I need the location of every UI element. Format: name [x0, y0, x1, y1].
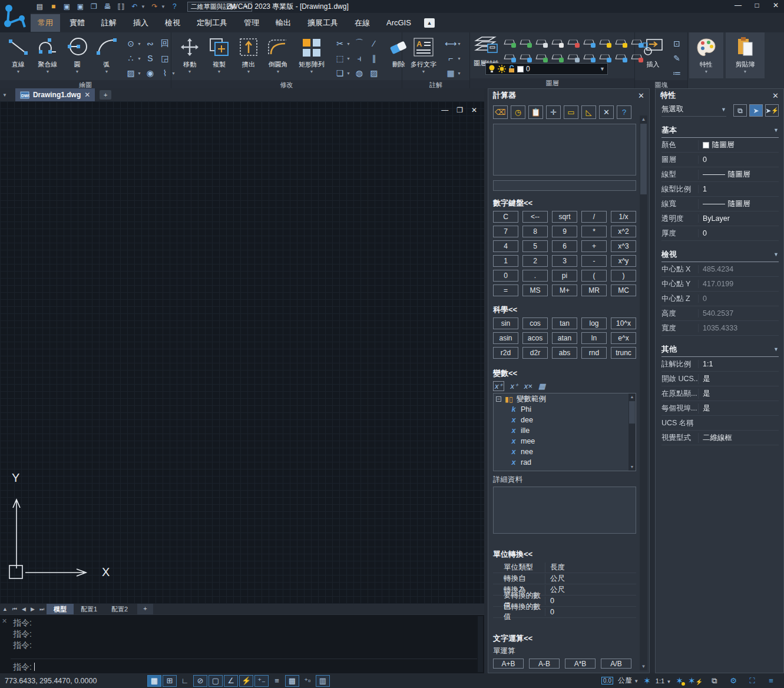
layer-make-current-icon[interactable]	[550, 49, 565, 64]
calc-key-([interactable]: (	[581, 270, 607, 282]
undo-icon[interactable]: ↶	[130, 2, 139, 11]
layout-nav-icon[interactable]: ◀	[19, 606, 28, 612]
variable-item-Phi[interactable]: kPhi	[494, 404, 636, 415]
calc-key-trunc[interactable]: trunc	[611, 347, 636, 359]
calc-key-2[interactable]: 2	[522, 255, 548, 267]
textop-A-B[interactable]: A-B	[529, 659, 560, 669]
ribbon-tab-實體[interactable]: 實體	[62, 14, 92, 32]
property-value[interactable]: 417.0199	[698, 280, 779, 288]
layer-change-icon[interactable]	[597, 49, 613, 64]
calc-key-abs[interactable]: abs	[552, 347, 577, 359]
property-group-檢視[interactable]: 檢視▼	[661, 249, 779, 262]
open-folder-icon[interactable]: ■	[49, 2, 58, 11]
plot-icon[interactable]: 🖶	[103, 2, 112, 11]
textop-A/B[interactable]: A/B	[601, 659, 631, 669]
layer-on-icon[interactable]	[518, 35, 533, 49]
spline-cv-icon[interactable]: S	[143, 51, 157, 65]
property-value[interactable]: 540.2537	[698, 309, 779, 317]
calc-help-icon[interactable]: ?	[617, 105, 631, 119]
delete-variable-icon[interactable]: x×	[524, 382, 532, 391]
calc-key-log[interactable]: log	[581, 317, 607, 329]
property-value[interactable]: 隨圖層	[698, 170, 779, 180]
explode-icon[interactable]: ❏▼	[333, 66, 352, 80]
layer-thaw-all-icon[interactable]	[613, 35, 628, 49]
ellipse-icon[interactable]: ⊙▼	[124, 37, 143, 51]
layout-tab-模型[interactable]: 模型	[47, 604, 74, 614]
clear-icon[interactable]: ⌫	[493, 105, 508, 119]
property-group-基本[interactable]: 基本▼	[661, 125, 779, 138]
layout-nav-icon[interactable]: ⏭	[37, 606, 47, 613]
layer-details-icon[interactable]	[502, 49, 517, 64]
property-value[interactable]: 是	[698, 403, 779, 414]
grid-display-icon[interactable]: ▦	[147, 675, 161, 687]
ribbon-tab-常用[interactable]: 常用	[31, 14, 60, 32]
donut-icon[interactable]: ◉	[143, 66, 157, 80]
close-button[interactable]: ✕	[771, 1, 780, 9]
settings-gear-icon[interactable]: ⚙	[726, 675, 740, 687]
calc-key-8[interactable]: 8	[522, 226, 548, 237]
doc-restore-button[interactable]: ❐	[456, 106, 463, 114]
calc-key-0[interactable]: 0	[493, 270, 518, 282]
calc-key-+[interactable]: +	[581, 240, 607, 252]
block-icon[interactable]: ⟦⟧	[117, 2, 125, 11]
properties-palette-button[interactable]: 特性 ▼	[693, 35, 720, 78]
mtext-button[interactable]: A 多行文字 ▼	[406, 35, 441, 78]
calculator-input[interactable]	[493, 180, 636, 191]
select-objects-icon[interactable]: ➤	[749, 104, 763, 117]
edit-block-icon[interactable]: ✎	[670, 51, 684, 65]
variable-item-nee[interactable]: xnee	[494, 446, 636, 457]
align-icon[interactable]: ⫞	[352, 51, 366, 65]
layer-match-icon[interactable]	[534, 49, 549, 64]
new-document-button[interactable]: +	[100, 90, 111, 100]
status-menu-icon[interactable]: ≡	[764, 675, 778, 687]
selection-dropdown[interactable]: 無選取▼	[661, 104, 726, 117]
copy-icon[interactable]: ❐	[90, 2, 98, 11]
save-as-icon[interactable]: ▣	[76, 2, 85, 11]
new-file-icon[interactable]: ▤	[35, 2, 44, 11]
calc-key-x^2[interactable]: x^2	[611, 226, 636, 237]
document-tab[interactable]: DWG Drawing1.dwg ✕	[15, 88, 95, 101]
ribbon-tab-檢視[interactable]: 檢視	[158, 14, 187, 32]
snap-mode-icon[interactable]: ⊞	[163, 675, 177, 687]
doc-tab-menu-icon[interactable]: ▼	[2, 92, 7, 98]
table-icon[interactable]: ▦▼	[444, 66, 462, 80]
textops-section-label[interactable]: 文字運算<<	[493, 633, 636, 644]
calc-key-.[interactable]: .	[522, 270, 548, 282]
close-icon[interactable]: ✕	[84, 91, 90, 99]
hatch-display-icon[interactable]: ▩	[285, 675, 299, 687]
textop-A*B[interactable]: A*B	[565, 659, 596, 669]
fullscreen-icon[interactable]: ⛶	[745, 675, 759, 687]
doc-minimize-button[interactable]: —	[441, 106, 448, 114]
calc-key-atan[interactable]: atan	[552, 332, 577, 344]
units-section-label[interactable]: 單位轉換<<	[493, 549, 636, 560]
angle-snap-icon[interactable]: ∠	[224, 675, 238, 687]
property-value[interactable]: 是	[698, 389, 779, 399]
variable-folder[interactable]: −▮▯變數範例	[494, 393, 636, 404]
property-value[interactable]: 0	[698, 295, 779, 303]
layer-freeze-icon[interactable]	[534, 35, 549, 49]
save-icon[interactable]: ▣	[62, 2, 71, 11]
ribbon-tab-ArcGIS[interactable]: ArcGIS	[379, 15, 418, 31]
layer-copy-icon[interactable]	[613, 49, 628, 64]
layout-nav-icon[interactable]: ▶	[28, 606, 37, 612]
edit-hatch-icon[interactable]: ▨	[367, 66, 381, 80]
calc-key-pi[interactable]: pi	[552, 270, 577, 282]
calc-key-10^x[interactable]: 10^x	[611, 317, 636, 329]
create-block-icon[interactable]: ⊡	[670, 37, 684, 51]
calc-key-7[interactable]: 7	[493, 226, 518, 237]
calc-key-*[interactable]: *	[581, 226, 607, 237]
paste-to-command-icon[interactable]: 📋	[528, 105, 543, 119]
variable-item-vee[interactable]: xvee	[494, 468, 636, 471]
minimize-button[interactable]: —	[733, 1, 743, 9]
close-icon[interactable]: ✕	[638, 91, 644, 100]
delete-icon[interactable]: ✕	[599, 105, 614, 119]
hatch-icon[interactable]: ▨▼	[124, 66, 143, 80]
command-line[interactable]: ✕ 指令:指令:指令: 指令:	[0, 614, 484, 673]
calc-key-MS[interactable]: MS	[522, 285, 548, 296]
property-value[interactable]: 1:1	[698, 360, 779, 368]
calc-key-d2r[interactable]: d2r	[522, 347, 548, 359]
history-icon[interactable]: ◷	[511, 105, 525, 119]
command-scrollbar[interactable]	[478, 616, 483, 672]
layer-lock-icon[interactable]	[565, 35, 581, 49]
calc-key-sin[interactable]: sin	[493, 317, 518, 329]
